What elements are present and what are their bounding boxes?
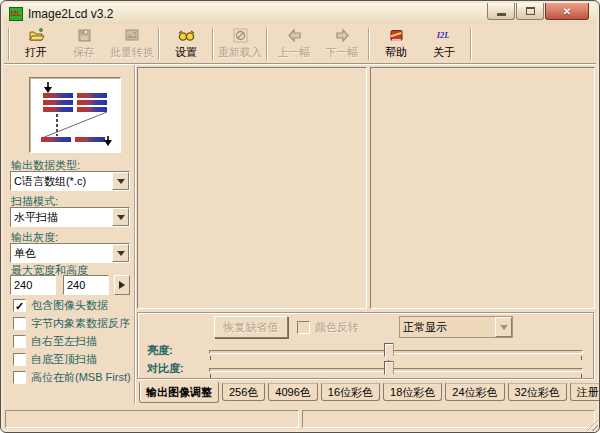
max-width-input[interactable]: [10, 275, 56, 295]
previous-image-button[interactable]: 上一幅: [270, 25, 318, 63]
help-button[interactable]: 帮助: [372, 25, 420, 63]
checkbox-box[interactable]: [297, 321, 310, 334]
color-invert-checkbox[interactable]: 颜色反转: [297, 320, 359, 335]
checkbox-scan-bottom-to-top[interactable]: 自底至顶扫描: [13, 352, 97, 367]
about-button[interactable]: I2L 关于: [420, 25, 468, 63]
grayscale-value: 单色: [11, 246, 112, 261]
input-image-panel: [137, 67, 367, 309]
brightness-label: 亮度:: [147, 343, 173, 358]
arrow-left-icon: [286, 27, 303, 44]
batch-convert-button[interactable]: 批量转换: [108, 25, 156, 63]
toolbar-separator: [470, 28, 472, 60]
restore-defaults-button[interactable]: 恢复缺省值: [214, 316, 288, 338]
contrast-slider[interactable]: [209, 368, 583, 372]
tab-4096-color[interactable]: 4096色: [268, 383, 317, 401]
display-mode-select[interactable]: 正常显示: [399, 316, 513, 338]
checkbox-box[interactable]: [13, 335, 26, 348]
tab-32bit-color[interactable]: 32位彩色: [508, 383, 567, 401]
close-icon: [563, 5, 571, 17]
display-mode-value: 正常显示: [400, 320, 495, 335]
checkbox-box[interactable]: [13, 353, 26, 366]
toolbar-separator: [368, 28, 370, 60]
reload-button[interactable]: 重新载入: [216, 25, 264, 63]
checkbox-reverse-pixel-order[interactable]: 字节内象素数据反序: [13, 316, 130, 331]
help-book-icon: [388, 27, 405, 44]
checkbox-msb-first[interactable]: 高位在前(MSB First): [13, 370, 131, 385]
scan-mode-value: 水平扫描: [11, 210, 112, 225]
checkbox-box[interactable]: ✓: [13, 299, 26, 312]
batch-convert-icon: [124, 27, 141, 44]
brightness-slider[interactable]: [209, 350, 583, 354]
tab-register[interactable]: 注册: [570, 383, 600, 401]
toolbar-label: 下一幅: [326, 45, 359, 60]
toolbar-separator: [266, 28, 268, 60]
status-bar: [5, 410, 595, 428]
reload-icon: [232, 27, 249, 44]
glasses-icon: [178, 27, 195, 44]
app-window: I2L Image2Lcd v3.2 打开 保存 批量转换: [0, 0, 600, 433]
checkbox-label: 包含图像头数据: [31, 298, 108, 313]
toolbar-label: 关于: [433, 45, 455, 60]
maximize-icon: [526, 7, 535, 15]
toolbar-label: 设置: [175, 45, 197, 60]
chevron-down-icon[interactable]: [112, 208, 129, 226]
checkbox-label: 自右至左扫描: [31, 334, 97, 349]
window-controls: [486, 3, 589, 20]
arrow-right-icon: [334, 27, 351, 44]
tab-16bit-color[interactable]: 16位彩色: [321, 383, 380, 401]
minimize-button[interactable]: [487, 3, 515, 20]
tab-bar: 输出图像调整 256色 4096色 16位彩色 18位彩色 24位彩色 32位彩…: [139, 383, 600, 403]
toolbar-label: 帮助: [385, 45, 407, 60]
checkbox-label: 字节内象素数据反序: [31, 316, 130, 331]
maximize-button[interactable]: [516, 3, 544, 20]
scan-mode-select[interactable]: 水平扫描: [10, 207, 130, 227]
scan-mode-diagram: [30, 78, 120, 152]
output-preview-panel: [370, 67, 595, 309]
checkbox-label: 自底至顶扫描: [31, 352, 97, 367]
i2l-logo-icon: I2L: [436, 27, 453, 44]
contrast-label: 对比度:: [147, 361, 184, 376]
checkbox-label: 颜色反转: [315, 320, 359, 335]
max-height-input[interactable]: [63, 275, 109, 295]
status-cell-left: [5, 410, 299, 428]
triangle-right-icon: [119, 281, 125, 289]
open-folder-icon: [28, 27, 45, 44]
tab-24bit-color[interactable]: 24位彩色: [445, 383, 504, 401]
toolbar-label: 打开: [25, 45, 47, 60]
app-logo-icon: I2L: [9, 7, 23, 21]
toolbar: 打开 保存 批量转换 设置 重新载入 上一幅: [4, 24, 596, 64]
titlebar[interactable]: I2L Image2Lcd v3.2: [3, 3, 597, 24]
status-cell-right: [302, 410, 595, 428]
save-button[interactable]: 保存: [60, 25, 108, 63]
toolbar-label: 批量转换: [110, 45, 154, 60]
window-title: Image2Lcd v3.2: [28, 7, 113, 21]
toolbar-label: 保存: [73, 45, 95, 60]
minimize-icon: [497, 13, 506, 16]
checkbox-box[interactable]: [13, 371, 26, 384]
output-type-select[interactable]: C语言数组(*.c): [10, 171, 130, 191]
chevron-down-icon[interactable]: [112, 244, 129, 262]
tab-output-image-adjust[interactable]: 输出图像调整: [139, 382, 219, 403]
chevron-down-icon[interactable]: [495, 317, 512, 337]
toolbar-separator: [8, 28, 10, 60]
open-button[interactable]: 打开: [12, 25, 60, 63]
close-button[interactable]: [545, 3, 589, 20]
checkbox-label: 高位在前(MSB First): [31, 370, 131, 385]
output-type-value: C语言数组(*.c): [11, 174, 112, 189]
checkbox-scan-right-to-left[interactable]: 自右至左扫描: [13, 334, 97, 349]
tab-18bit-color[interactable]: 18位彩色: [383, 383, 442, 401]
tab-256-color[interactable]: 256色: [222, 383, 265, 401]
sidebar-divider: [134, 65, 136, 404]
next-image-button[interactable]: 下一幅: [318, 25, 366, 63]
sidebar: 输出数据类型: C语言数组(*.c) 扫描模式: 水平扫描 输出灰度: 单色 最…: [5, 65, 133, 404]
settings-button[interactable]: 设置: [162, 25, 210, 63]
apply-size-button[interactable]: [114, 275, 130, 295]
scan-mode-preview: [29, 77, 121, 153]
toolbar-label: 重新载入: [218, 45, 262, 60]
chevron-down-icon[interactable]: [112, 172, 129, 190]
save-floppy-icon: [76, 27, 93, 44]
checkbox-box[interactable]: [13, 317, 26, 330]
grayscale-select[interactable]: 单色: [10, 243, 130, 263]
checkbox-include-header[interactable]: ✓ 包含图像头数据: [13, 298, 108, 313]
toolbar-separator: [158, 28, 160, 60]
